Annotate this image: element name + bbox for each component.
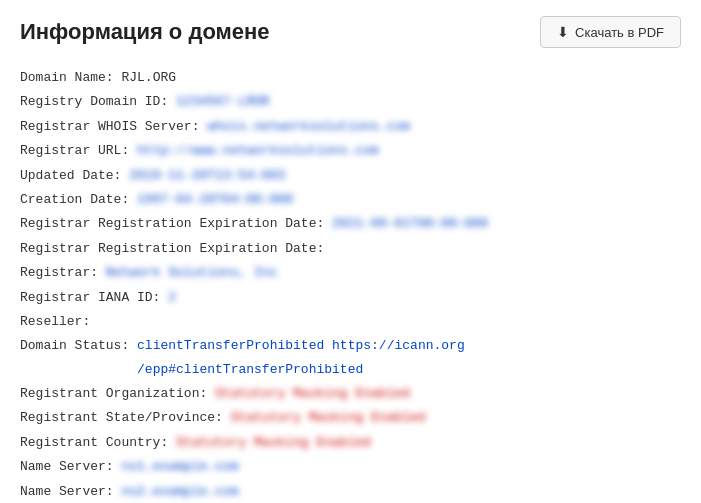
updated-date-row: Updated Date: 2019-11-20T13:54:003 <box>20 164 681 187</box>
registrant-state-value: Statutory Masking Enabled <box>231 406 426 429</box>
registrar-value: Network Solutions, Inc <box>106 261 278 284</box>
registrar-whois-value: whois.networksolutions.com <box>207 115 410 138</box>
domain-name-label: Domain Name: <box>20 66 121 89</box>
registrant-org-row: Registrant Organization: Statutory Maski… <box>20 382 681 405</box>
registrant-state-label: Registrant State/Province: <box>20 406 231 429</box>
creation-date-row: Creation Date: 1997-04-28T04:00:000 <box>20 188 681 211</box>
page-header: Информация о домене ⬇ Скачать в PDF <box>20 16 681 48</box>
download-pdf-button[interactable]: ⬇ Скачать в PDF <box>540 16 681 48</box>
name-server1-label: Name Server: <box>20 455 121 478</box>
whois-content: Domain Name: RJL.ORG Registry Domain ID:… <box>20 66 681 503</box>
page-container: Информация о домене ⬇ Скачать в PDF Doma… <box>0 0 701 503</box>
download-icon: ⬇ <box>557 24 569 40</box>
updated-date-value: 2019-11-20T13:54:003 <box>129 164 285 187</box>
expiration-date1-row: Registrar Registration Expiration Date: … <box>20 212 681 235</box>
registrant-org-label: Registrant Organization: <box>20 382 215 405</box>
iana-id-value: 2 <box>168 286 176 309</box>
registrant-state-row: Registrant State/Province: Statutory Mas… <box>20 406 681 429</box>
registrant-country-row: Registrant Country: Statutory Masking En… <box>20 431 681 454</box>
updated-date-label: Updated Date: <box>20 164 129 187</box>
expiration-date2-label: Registrar Registration Expiration Date: <box>20 237 332 260</box>
name-server1-value: ns1.example.com <box>121 455 238 478</box>
creation-date-value: 1997-04-28T04:00:000 <box>137 188 293 211</box>
registrar-url-label: Registrar URL: <box>20 139 137 162</box>
page-title: Информация о домене <box>20 19 270 45</box>
name-server1-row: Name Server: ns1.example.com <box>20 455 681 478</box>
registrar-label: Registrar: <box>20 261 106 284</box>
download-btn-label: Скачать в PDF <box>575 25 664 40</box>
reseller-row: Reseller: <box>20 310 681 333</box>
domain-name-row: Domain Name: RJL.ORG <box>20 66 681 89</box>
registrar-row: Registrar: Network Solutions, Inc <box>20 261 681 284</box>
iana-id-label: Registrar IANA ID: <box>20 286 168 309</box>
domain-status-label: Domain Status: <box>20 334 137 381</box>
iana-id-row: Registrar IANA ID: 2 <box>20 286 681 309</box>
expiration-date1-label: Registrar Registration Expiration Date: <box>20 212 332 235</box>
expiration-date2-row: Registrar Registration Expiration Date: <box>20 237 681 260</box>
registrant-country-value: Statutory Masking Enabled <box>176 431 371 454</box>
registrar-whois-label: Registrar WHOIS Server: <box>20 115 207 138</box>
registrant-org-value: Statutory Masking Enabled <box>215 382 410 405</box>
domain-status-row: Domain Status: clientTransferProhibited … <box>20 334 681 381</box>
registry-domain-id-row: Registry Domain ID: 1234567-LROR <box>20 90 681 113</box>
registrar-url-value: http://www.networksolutions.com <box>137 139 379 162</box>
expiration-date1-value: 2021-09-01T00:00:000 <box>332 212 488 235</box>
domain-status-value: clientTransferProhibited https://icann.o… <box>137 334 637 381</box>
registry-domain-id-value: 1234567-LROR <box>176 90 270 113</box>
registrar-whois-row: Registrar WHOIS Server: whois.networksol… <box>20 115 681 138</box>
name-server2-row: Name Server: ns2.example.com <box>20 480 681 503</box>
domain-name-value: RJL.ORG <box>121 66 176 89</box>
name-server2-value: ns2.example.com <box>121 480 238 503</box>
registrar-url-row: Registrar URL: http://www.networksolutio… <box>20 139 681 162</box>
name-server2-label: Name Server: <box>20 480 121 503</box>
registry-domain-id-label: Registry Domain ID: <box>20 90 176 113</box>
reseller-label: Reseller: <box>20 310 98 333</box>
creation-date-label: Creation Date: <box>20 188 137 211</box>
registrant-country-label: Registrant Country: <box>20 431 176 454</box>
